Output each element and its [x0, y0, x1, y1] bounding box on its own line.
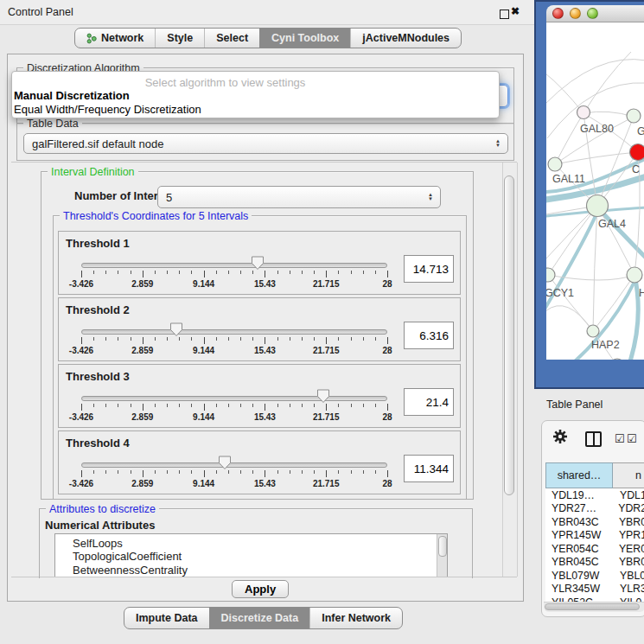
tab-discretize-data[interactable]: Discretize Data: [209, 608, 310, 628]
slider-track[interactable]: [81, 462, 387, 468]
threshold-value-input[interactable]: [404, 455, 454, 482]
threshold-slider[interactable]: -3.4262.8599.14415.4321.71528: [81, 319, 387, 359]
tick-mark: [240, 470, 241, 474]
threshold-slider[interactable]: -3.4262.8599.14415.4321.71528: [81, 386, 387, 425]
tick-mark: [277, 404, 278, 407]
tick-mark: [179, 470, 180, 474]
minimize-traffic-light-icon[interactable]: [570, 8, 581, 19]
popup-option-equal-width[interactable]: Equal Width/Frequency Discretization: [12, 103, 499, 117]
table-row[interactable]: YIL052CYIL0: [545, 596, 644, 602]
popup-option-manual[interactable]: Manual Discretization: [12, 89, 499, 103]
network-node-gal80[interactable]: [577, 106, 590, 119]
table-row[interactable]: YBL079WYBL0: [545, 569, 644, 583]
network-window-titlebar[interactable]: [546, 5, 644, 22]
tick-mark: [363, 404, 364, 407]
numerical-attributes-list[interactable]: SelfLoopsTopologicalCoefficientBetweenne…: [54, 533, 448, 577]
zoom-traffic-light-icon[interactable]: [587, 8, 598, 19]
tick-mark: [387, 404, 388, 411]
network-canvas[interactable]: GAL80GCGAL11GAL4GCY1HHAP2: [546, 22, 644, 360]
tick-mark: [216, 271, 217, 274]
tick-mark: [143, 404, 143, 411]
scale-label: 2.859: [131, 346, 153, 355]
tab-style[interactable]: Style: [155, 29, 204, 48]
horizontal-scrollbar[interactable]: [544, 602, 644, 612]
network-node-gcy1[interactable]: [546, 268, 555, 282]
table-row[interactable]: YBR043CYBR0: [545, 515, 644, 529]
network-node-g[interactable]: [627, 109, 641, 123]
table-row[interactable]: YBR045CYBR0: [545, 556, 644, 570]
node-label: GAL11: [552, 173, 585, 185]
close-icon[interactable]: ✖: [511, 5, 520, 17]
table-row[interactable]: YDL19…YDL1: [545, 488, 644, 502]
slider-thumb[interactable]: [251, 256, 265, 271]
slider-track[interactable]: [81, 396, 387, 401]
table-row[interactable]: YLR345WYLR3: [545, 583, 644, 596]
tick-mark: [265, 404, 265, 411]
attribute-item[interactable]: BetweennessCentrality: [55, 564, 447, 577]
column-header-name[interactable]: n: [613, 462, 644, 488]
checkbox-icon[interactable]: ☑: [615, 432, 625, 445]
tick-mark: [143, 337, 143, 344]
node-label: H: [639, 287, 644, 299]
close-traffic-light-icon[interactable]: [552, 8, 564, 19]
table-row[interactable]: YDR27…YDR2: [545, 502, 644, 516]
tick-mark: [290, 470, 290, 474]
vertical-scrollbar[interactable]: [502, 163, 518, 577]
tick-mark: [363, 337, 364, 341]
scale-label: 28: [382, 479, 392, 488]
table-panel: ☑ ☑ shared… n YDL19…YDL1YDR27…YDR2YBR043…: [541, 420, 644, 617]
tab-impute-data[interactable]: Impute Data: [124, 608, 209, 628]
cell-shared-name: YER054C: [545, 543, 615, 555]
node-label: C: [632, 163, 640, 175]
slider-thumb[interactable]: [316, 389, 330, 404]
tab-network[interactable]: Network: [75, 29, 155, 48]
threshold-slider[interactable]: -3.4262.8599.14415.4321.71528: [81, 252, 387, 292]
split-column-icon[interactable]: [585, 431, 602, 447]
slider-track[interactable]: [81, 329, 387, 335]
table-data-combobox[interactable]: galFiltered.sif default node ▲ ▼: [23, 133, 508, 154]
scrollbar-thumb[interactable]: [545, 603, 640, 610]
tick-mark: [131, 404, 131, 407]
network-icon: [86, 33, 97, 44]
number-of-intervals-combobox[interactable]: 5 ▲ ▼: [157, 186, 441, 208]
tick-mark: [228, 337, 229, 341]
slider-track[interactable]: [81, 263, 387, 268]
scale-label: 9.144: [193, 479, 214, 488]
table-row[interactable]: YPR145WYPR1: [545, 529, 644, 543]
tick-mark: [387, 337, 388, 344]
cell-shared-name: YBR043C: [545, 516, 615, 528]
tab-infer-network[interactable]: Infer Network: [309, 608, 402, 628]
scrollbar-thumb[interactable]: [438, 536, 447, 557]
tick-mark: [265, 470, 265, 477]
threshold-value-input[interactable]: [404, 255, 454, 283]
network-node-hap2[interactable]: [587, 325, 599, 337]
gear-icon[interactable]: [552, 429, 568, 444]
network-node-gal11[interactable]: [548, 157, 562, 171]
spinner-arrows-icon: ▲ ▼: [428, 193, 433, 201]
slider-thumb[interactable]: [169, 322, 183, 337]
tick-mark: [326, 470, 327, 477]
tab-jactivemnodules[interactable]: jActiveMNodules: [350, 29, 461, 48]
scale-label: -3.426: [69, 279, 93, 289]
slider-thumb[interactable]: [218, 456, 232, 470]
table-row[interactable]: YER054CYER0: [545, 542, 644, 556]
network-node-h[interactable]: [627, 267, 642, 283]
network-node-c[interactable]: [630, 144, 644, 161]
tab-select[interactable]: Select: [204, 29, 259, 48]
tick-mark: [375, 470, 376, 474]
threshold-value-input[interactable]: [404, 388, 454, 416]
threshold-value-input[interactable]: [404, 322, 454, 349]
checkbox-icon[interactable]: ☑: [627, 432, 637, 445]
column-header-shared-name[interactable]: shared…: [545, 462, 613, 488]
apply-button[interactable]: Apply: [232, 580, 289, 598]
attribute-item[interactable]: TopologicalCoefficient: [55, 550, 447, 563]
float-window-icon[interactable]: [500, 10, 509, 19]
threshold-slider[interactable]: -3.4262.8599.14415.4321.71528: [81, 452, 387, 492]
scrollbar-thumb[interactable]: [504, 175, 514, 495]
tab-cyni-toolbox[interactable]: Cyni Toolbox: [259, 29, 350, 48]
cell-shared-name: YLR345W: [545, 583, 616, 595]
attribute-item[interactable]: SelfLoops: [55, 537, 447, 550]
network-node-gal4[interactable]: [587, 195, 609, 217]
list-scrollbar[interactable]: [437, 534, 447, 577]
scale-label: 15.43: [254, 346, 276, 355]
